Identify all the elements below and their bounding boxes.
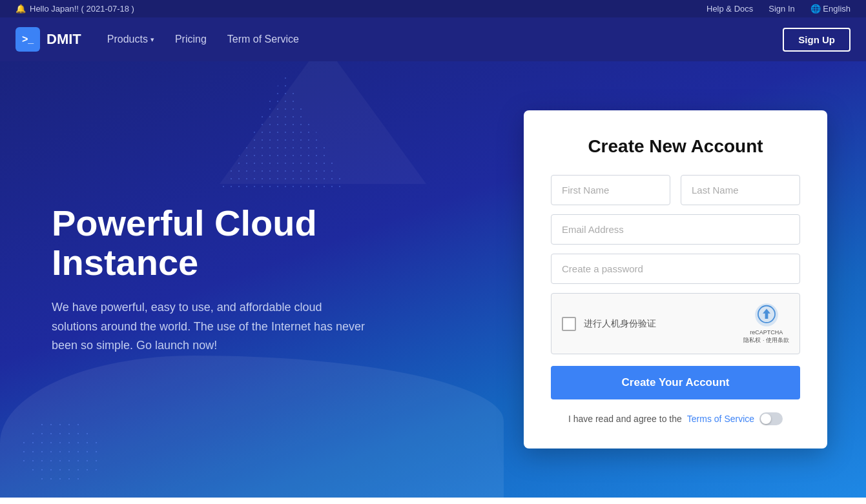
products-nav-link[interactable]: Products ▾ (107, 34, 154, 45)
navbar-right: Sign Up (783, 28, 851, 52)
bg-dots (220, 74, 349, 190)
language-selector[interactable]: 🌐 English (810, 4, 851, 14)
terms-prefix-text: I have read and agree to the (568, 414, 682, 424)
hero-title: Powerful Cloud Instance (52, 203, 413, 283)
terms-row: I have read and agree to the Terms of Se… (551, 412, 800, 425)
recaptcha-logo-icon (754, 303, 779, 327)
announcement-left: 🔔 Hello Japan!! ( 2021-07-18 ) (15, 4, 134, 14)
create-account-button[interactable]: Create Your Account (551, 366, 800, 399)
terms-toggle[interactable] (759, 412, 783, 425)
announcement-right: Help & Docs Sign In 🌐 English (706, 4, 851, 14)
main-content: Powerful Cloud Instance We have powerful… (0, 61, 866, 498)
bell-icon: 🔔 (15, 4, 26, 14)
language-icon: 🌐 (810, 4, 821, 14)
password-group (551, 254, 800, 284)
hero-section: Powerful Cloud Instance We have powerful… (52, 203, 413, 356)
recaptcha-label: 进行人机身份验证 (584, 318, 656, 330)
nav-links: Products ▾ Pricing Term of Service (107, 34, 299, 45)
toggle-knob (761, 414, 771, 424)
email-input[interactable] (551, 214, 800, 245)
recaptcha-widget[interactable]: 进行人机身份验证 reCAPTCHA 隐私权 · 使用条款 (551, 293, 800, 354)
navbar: >_ DMIT Products ▾ Pricing Term of Servi… (0, 17, 866, 61)
recaptcha-right: reCAPTCHA 隐私权 · 使用条款 (743, 303, 789, 344)
bg-wave (0, 356, 504, 498)
hero-description: We have powerful, easy to use, and affor… (52, 298, 368, 356)
navbar-left: >_ DMIT Products ▾ Pricing Term of Servi… (15, 27, 299, 52)
email-group (551, 214, 800, 245)
tos-nav-link[interactable]: Term of Service (227, 34, 299, 45)
first-name-input[interactable] (551, 175, 670, 205)
form-title: Create New Account (551, 136, 800, 157)
register-card: Create New Account 进行人机身份验证 (524, 110, 827, 448)
recaptcha-brand-text: reCAPTCHA 隐私权 · 使用条款 (743, 329, 789, 344)
recaptcha-checkbox[interactable] (562, 317, 576, 331)
logo-text: DMIT (46, 31, 81, 48)
help-docs-link[interactable]: Help & Docs (706, 4, 753, 14)
password-input[interactable] (551, 254, 800, 284)
announcement-text: Hello Japan!! ( 2021-07-18 ) (30, 4, 134, 14)
pricing-nav-link[interactable]: Pricing (175, 34, 207, 45)
sign-in-link[interactable]: Sign In (768, 4, 794, 14)
name-row (551, 175, 800, 205)
last-name-input[interactable] (681, 175, 800, 205)
signup-button[interactable]: Sign Up (783, 28, 851, 52)
logo-icon: >_ (15, 27, 40, 52)
bg-dots-bottom (19, 420, 103, 485)
chevron-down-icon: ▾ (150, 35, 154, 44)
terms-of-service-link[interactable]: Terms of Service (687, 414, 754, 424)
logo-link[interactable]: >_ DMIT (15, 27, 81, 52)
recaptcha-left: 进行人机身份验证 (562, 317, 656, 331)
announcement-bar: 🔔 Hello Japan!! ( 2021-07-18 ) Help & Do… (0, 0, 866, 17)
